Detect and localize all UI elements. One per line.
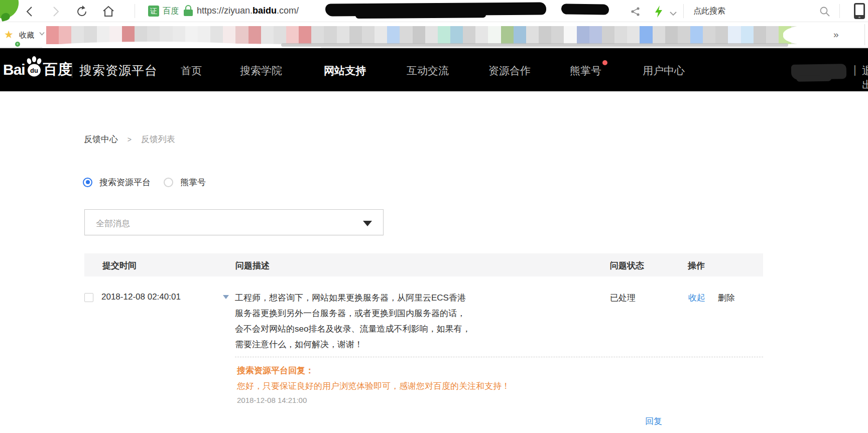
breadcrumb-feedback-list: 反馈列表 <box>141 134 175 144</box>
nav-item-home[interactable]: 首页 <box>181 64 202 78</box>
radio-platform-label[interactable]: 搜索资源平台 <box>99 177 151 188</box>
logo-latin-text: Bai <box>3 61 25 78</box>
browser-toolbar: 证 百度 https://ziyuan.baidu.com/ 点此搜索 <box>0 0 868 22</box>
toolbar-divider <box>839 4 840 18</box>
https-lock-icon[interactable] <box>184 5 193 17</box>
header-description: 问题描述 <box>235 260 270 271</box>
nav-item-interaction[interactable]: 互动交流 <box>407 64 449 78</box>
url-domain: baidu <box>253 6 277 16</box>
home-icon[interactable] <box>102 5 115 18</box>
radio-xiongzhang[interactable] <box>164 178 173 187</box>
question-line: 会不会对网站的seo排名及收录、流量造成不利影响，如果有， <box>235 321 526 337</box>
url-redaction-scribble-2 <box>561 4 609 15</box>
chevron-down-icon[interactable] <box>667 7 680 20</box>
reply-label: 搜索资源平台回复： <box>237 365 314 376</box>
toolbar-divider <box>683 4 684 18</box>
question-line: 工程师，想咨询下，网站如果更换服务器，从阿里云ECS香港 <box>235 290 526 306</box>
site-certificate-badge[interactable]: 证 <box>148 6 159 17</box>
question-line: 服务器更换到另外一台服务器，或者更换到国内服务器的话， <box>235 306 526 321</box>
source-filter: 搜索资源平台 熊掌号 <box>83 177 206 188</box>
site-name-label: 百度 <box>163 6 179 17</box>
radio-platform[interactable] <box>83 178 92 187</box>
nav-item-cooperation[interactable]: 资源合作 <box>488 64 531 78</box>
forward-icon[interactable] <box>49 5 62 18</box>
collapse-caret-icon[interactable] <box>223 295 229 299</box>
question-line: 需要注意什么，如何解决，谢谢！ <box>235 337 526 352</box>
site-navbar: Bai du 百度 搜索资源平台 首页 搜索学院 网站支持 互动交流 资源合作 … <box>0 48 868 91</box>
svg-text:du: du <box>30 67 38 74</box>
address-bar[interactable]: https://ziyuan.baidu.com/ <box>197 6 299 16</box>
bookmarks-divider <box>864 24 865 45</box>
url-suffix: .com/ <box>277 6 299 16</box>
username-redaction <box>791 64 847 80</box>
nav-item-site-support[interactable]: 网站支持 <box>324 64 366 78</box>
reply-divider <box>235 357 763 357</box>
feedback-table-header: 提交时间 问题描述 问题状态 操作 <box>84 253 763 276</box>
url-prefix: https://ziyuan. <box>197 6 253 16</box>
reply-link[interactable]: 回复 <box>645 415 662 427</box>
baidu-paw-icon: du <box>24 56 44 79</box>
favorites-star-icon[interactable]: ★+ <box>4 29 14 41</box>
header-status: 问题状态 <box>610 260 644 271</box>
dropdown-selected-value: 全部消息 <box>96 218 130 229</box>
toolbar-search-input[interactable]: 点此搜索 <box>693 6 725 17</box>
nav-item-xiongzhang[interactable]: 熊掌号 <box>570 64 601 78</box>
status-badge: 已处理 <box>610 292 636 304</box>
blur-overlay <box>281 43 788 47</box>
nav-item-user-center[interactable]: 用户中心 <box>643 64 685 78</box>
browser-window: 证 百度 https://ziyuan.baidu.com/ 点此搜索 ★+ 收… <box>0 0 868 433</box>
row-checkbox[interactable] <box>84 293 93 302</box>
logo-cn-text: 百度 <box>43 60 72 80</box>
radio-xiongzhang-label[interactable]: 熊掌号 <box>180 177 206 188</box>
baidu-logo[interactable]: Bai du 百度 <box>3 48 72 91</box>
blur-overlay <box>783 24 868 47</box>
breadcrumb-separator-icon: > <box>128 135 132 143</box>
question-text: 工程师，想咨询下，网站如果更换服务器，从阿里云ECS香港 服务器更换到另外一台服… <box>235 290 526 352</box>
favorites-chevron-icon[interactable] <box>39 32 44 37</box>
bookmarks-bar: ★+ 收藏 » <box>0 23 868 48</box>
reply-text: 您好，只要保证良好的用户浏览体验即可，感谢您对百度的关注和支持！ <box>237 380 510 392</box>
brand-divider <box>72 63 72 78</box>
breadcrumb-feedback-center[interactable]: 反馈中心 <box>84 134 118 144</box>
refresh-icon[interactable] <box>75 5 88 18</box>
dropdown-caret-icon <box>363 221 372 226</box>
nav-item-label: 熊掌号 <box>570 65 601 76</box>
header-submit-time: 提交时间 <box>102 260 137 271</box>
nav-item-academy[interactable]: 搜索学院 <box>240 64 282 78</box>
delete-link[interactable]: 删除 <box>718 292 735 304</box>
collapse-link[interactable]: 收起 <box>688 292 705 304</box>
favorites-label[interactable]: 收藏 <box>19 31 34 40</box>
back-icon[interactable] <box>23 5 36 18</box>
reply-timestamp: 2018-12-08 14:21:00 <box>237 396 307 404</box>
platform-name: 搜索资源平台 <box>79 62 158 79</box>
share-icon[interactable] <box>629 5 642 18</box>
user-divider: | <box>853 63 856 76</box>
header-action: 操作 <box>688 260 705 271</box>
speed-lightning-icon[interactable] <box>652 5 665 18</box>
logout-link-partial[interactable]: 退出 <box>862 64 868 92</box>
notification-dot <box>602 60 607 65</box>
url-redaction-scribble <box>325 2 546 16</box>
add-favorite-icon: + <box>15 42 20 47</box>
row-submit-time: 2018-12-08 02:40:01 <box>101 292 181 302</box>
mobile-view-icon[interactable] <box>854 3 865 19</box>
bookmarks-overflow-icon[interactable]: » <box>833 29 839 40</box>
breadcrumb: 反馈中心 > 反馈列表 <box>84 133 175 145</box>
toolbar-divider <box>135 4 135 18</box>
message-filter-dropdown[interactable]: 全部消息 <box>84 209 384 235</box>
search-icon[interactable] <box>818 5 831 18</box>
